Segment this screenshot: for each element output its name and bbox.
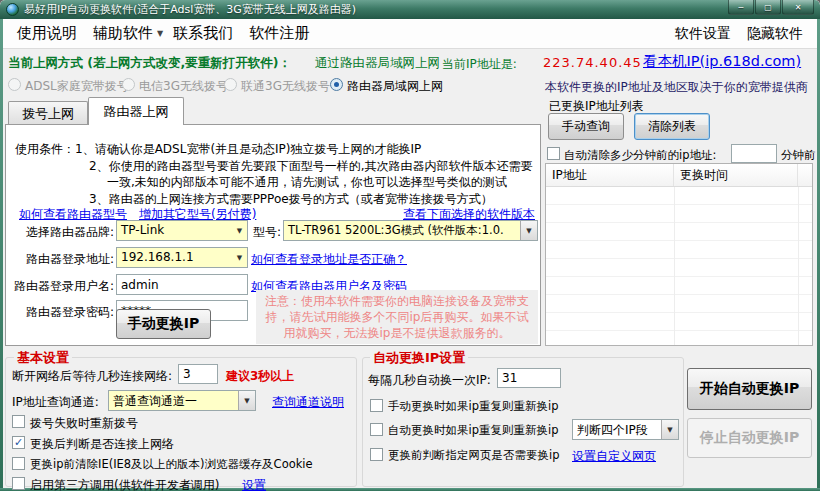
- chevron-down-icon[interactable]: ▼: [238, 391, 255, 410]
- router-tab-panel: 使用条件：1、请确认你是ADSL宽带(并且是动态IP)独立拨号上网的才能换IP …: [5, 124, 541, 346]
- clear-list-button[interactable]: 清除列表: [634, 113, 710, 140]
- table-row: [546, 295, 812, 313]
- menu-contact-us[interactable]: 联系我们: [165, 21, 241, 46]
- ip-segment-select[interactable]: 判断四个IP段 ▼: [572, 419, 679, 440]
- table-row: [546, 313, 812, 331]
- app-globe-icon: [6, 3, 19, 16]
- router-brand-label: 选择路由器品牌:: [26, 224, 114, 241]
- menu-register[interactable]: 软件注册: [241, 21, 317, 46]
- chevron-down-icon[interactable]: ▼: [232, 248, 247, 267]
- third-party-checkbox[interactable]: [12, 477, 25, 490]
- radio-router-lan-label: 路由器局域网上网: [347, 78, 443, 95]
- table-column-divider: [674, 187, 675, 345]
- check-page-checkbox[interactable]: [370, 448, 383, 461]
- router-model-value: TL-TR961 5200L:3G模式 (软件版本:1.0.: [284, 221, 520, 240]
- current-ip-label: 当前IP地址是:: [442, 56, 517, 73]
- menu-hide-software[interactable]: 隐藏软件: [739, 22, 811, 46]
- radio-unicom-3g[interactable]: [224, 78, 237, 91]
- query-channel-help-link[interactable]: 查询通道说明: [272, 394, 344, 411]
- menu-helper-software[interactable]: 辅助软件: [85, 21, 161, 46]
- table-row: [546, 205, 812, 223]
- current-mode-label: 当前上网方式 (若上网方式改变,要重新打开软件)：: [8, 55, 291, 72]
- auto-dup-label: 自动更换时如果ip重复则重新换ip: [388, 423, 559, 438]
- radio-telecom-3g[interactable]: [122, 78, 135, 91]
- current-ip-value: 223.74.40.45: [543, 55, 642, 70]
- radio-unicom-3g-label: 联通3G无线拨号: [241, 78, 330, 95]
- chevron-down-icon[interactable]: ▼: [661, 420, 678, 439]
- auto-clear-checkbox[interactable]: [547, 147, 560, 160]
- auto-clear-minutes-input[interactable]: [731, 144, 777, 163]
- provider-note: 本软件更换的IP地址及地区取决于你的宽带提供商: [545, 79, 808, 96]
- auto-settings-title: 自动更换IP设置: [370, 349, 468, 367]
- radio-adsl-dialup-label: ADSL家庭宽带拨号: [25, 78, 129, 95]
- router-brand-select[interactable]: TP-Link ▼: [116, 220, 248, 241]
- purchase-note: 注意：使用本软件需要你的电脑连接设备及宽带支持，请先试用能换多个不同ip后再购买…: [256, 290, 538, 344]
- radio-router-lan[interactable]: [330, 78, 343, 91]
- table-row: [546, 241, 812, 259]
- router-address-select[interactable]: 192.168.1.1 ▼: [116, 247, 248, 268]
- chevron-down-icon[interactable]: ▼: [232, 221, 247, 240]
- table-column-divider: [798, 187, 799, 345]
- table-row: [546, 259, 812, 277]
- current-mode-value: 通过路由器局域网上网: [315, 55, 440, 72]
- maximize-button[interactable]: ▢: [755, 0, 781, 15]
- ip-list-table-header: IP地址 更换时间: [546, 164, 812, 187]
- table-row: [546, 223, 812, 241]
- menu-dropdown-caret-icon: ▼: [157, 29, 163, 38]
- manual-query-button[interactable]: 手动查询: [548, 113, 624, 140]
- tab-dialup[interactable]: 拨号上网: [8, 101, 88, 125]
- condition-line-3: 一致,未知的内部版本可能不通用，请先测试，你也可以选择型号类似的测试: [107, 174, 507, 191]
- menu-software-settings[interactable]: 软件设置: [667, 22, 739, 46]
- menu-usage-help[interactable]: 使用说明: [9, 21, 85, 46]
- router-brand-value: TP-Link: [117, 221, 232, 240]
- router-password-label: 路由器登录密码:: [26, 304, 114, 321]
- router-user-label: 路由器登录用户名:: [14, 278, 114, 295]
- check-network-label: 更换后判断是否连接上网络: [30, 436, 174, 453]
- column-header-time[interactable]: 更换时间: [674, 164, 798, 186]
- clear-ie-checkbox[interactable]: [12, 457, 25, 470]
- router-address-label: 路由器登录地址:: [26, 251, 114, 268]
- chevron-down-icon[interactable]: ▼: [520, 221, 537, 240]
- column-header-ip[interactable]: IP地址: [546, 164, 674, 186]
- basic-settings-title: 基本设置: [14, 349, 72, 367]
- wait-seconds-hint: 建议3秒以上: [226, 368, 294, 385]
- radio-adsl-dialup[interactable]: [8, 78, 21, 91]
- manual-dup-checkbox[interactable]: [370, 399, 383, 412]
- router-user-input[interactable]: [116, 274, 248, 295]
- window-controls: ─ ▢ ✕: [727, 0, 814, 15]
- router-model-label: 型号:: [253, 224, 281, 241]
- manual-change-ip-button[interactable]: 手动更换IP: [116, 309, 211, 339]
- view-my-ip-link[interactable]: 看本机IP(ip.618d.com): [643, 52, 801, 71]
- howto-view-router-model-link[interactable]: 如何查看路由器型号: [19, 206, 127, 223]
- third-party-label: 启用第三方调用(供软件开发者调用): [30, 477, 219, 491]
- query-channel-value: 普通查询通道一: [109, 391, 238, 410]
- condition-line-1: 使用条件：1、请确认你是ADSL宽带(并且是动态IP)独立拨号上网的才能换IP: [15, 141, 421, 158]
- interval-input[interactable]: [497, 368, 561, 388]
- router-model-select[interactable]: TL-TR961 5200L:3G模式 (软件版本:1.0. ▼: [283, 220, 538, 241]
- window-edge-left: [0, 19, 3, 491]
- start-auto-change-button[interactable]: 开始自动更换IP: [687, 368, 812, 410]
- minimize-button[interactable]: ─: [728, 0, 754, 15]
- tab-router[interactable]: 路由器上网: [88, 97, 184, 125]
- ip-list-table: IP地址 更换时间: [545, 163, 813, 346]
- query-channel-label: IP地址查询通道:: [12, 394, 99, 411]
- auto-dup-checkbox[interactable]: [370, 423, 383, 436]
- close-button[interactable]: ✕: [782, 0, 814, 15]
- clear-ie-label: 更换ip前清除IE(IE8及以上的版本)浏览器缓存及Cookie: [30, 457, 313, 472]
- manual-dup-label: 手动更换时如果ip重复则重新换ip: [388, 399, 559, 414]
- check-address-link[interactable]: 如何查看登录地址是否正确？: [251, 251, 407, 268]
- title-bar: 易好用IP自动更换软件(适合于Adsl宽带、3G宽带无线上网及路由器) ─ ▢ …: [0, 0, 820, 19]
- custom-page-link[interactable]: 设置自定义网页: [572, 448, 656, 465]
- wait-seconds-input[interactable]: [178, 364, 218, 384]
- condition-line-2: 2、你使用的路由器型号要首先要跟下面型号一样的,其次路由器内部软件版本还需要: [89, 158, 532, 175]
- query-channel-select[interactable]: 普通查询通道一 ▼: [108, 390, 256, 411]
- ip-segment-value: 判断四个IP段: [573, 420, 661, 439]
- app-window: 易好用IP自动更换软件(适合于Adsl宽带、3G宽带无线上网及路由器) ─ ▢ …: [0, 0, 820, 491]
- check-network-checkbox[interactable]: ✓: [12, 436, 25, 449]
- menu-bar: 使用说明 辅助软件 ▼ 联系我们 软件注册 软件设置 隐藏软件: [3, 19, 817, 49]
- stop-auto-change-button[interactable]: 停止自动更换IP: [687, 418, 812, 458]
- window-title: 易好用IP自动更换软件(适合于Adsl宽带、3G宽带无线上网及路由器): [24, 2, 356, 17]
- table-row: [546, 187, 812, 205]
- redial-checkbox[interactable]: [12, 415, 25, 428]
- third-party-settings-link[interactable]: 设置: [242, 477, 266, 491]
